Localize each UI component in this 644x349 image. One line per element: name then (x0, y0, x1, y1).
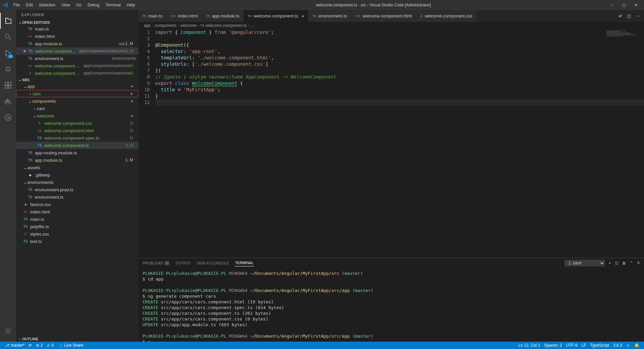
menu-debug[interactable]: Debug (85, 1, 102, 9)
menu-terminal[interactable]: Terminal (103, 1, 123, 9)
tree-file[interactable]: #styles.css (16, 230, 138, 238)
breadcrumb-item[interactable]: app (144, 23, 151, 28)
breadcrumb-item[interactable]: ... (251, 23, 254, 28)
editor-tab[interactable]: <>index.html (167, 10, 202, 22)
menu-file[interactable]: File (11, 1, 22, 9)
tree-file[interactable]: TSmain.ts (16, 215, 138, 223)
status-bell[interactable]: 🔔 (632, 343, 641, 348)
editor-tab[interactable]: <>welcome.component.html (351, 10, 416, 22)
tree-folder[interactable]: ›cars● (16, 90, 138, 97)
tree-folder[interactable]: ⌄environments (16, 179, 138, 186)
maximize-panel-icon[interactable]: ⌃ (630, 261, 633, 265)
kill-terminal-icon[interactable]: 🗑 (622, 261, 626, 265)
editor-tab[interactable]: #welcome.component.css (416, 10, 477, 22)
menu-view[interactable]: View (59, 1, 73, 9)
tree-folder[interactable]: ⌄assets (16, 164, 138, 171)
status-lang[interactable]: TypeScript (588, 343, 611, 348)
editor-tab[interactable]: TSenvironment.ts (308, 10, 351, 22)
tree-file[interactable]: TSenvironment.ts (16, 193, 138, 201)
tree-folder[interactable]: ⌄app● (16, 83, 138, 90)
breadcrumb-item[interactable]: welcome (180, 23, 196, 28)
activity-scm[interactable]: 13 (0, 45, 16, 61)
status-eol[interactable]: LF (579, 343, 588, 348)
open-editor-item[interactable]: TSmain.ts (16, 25, 138, 33)
status-spaces[interactable]: Spaces: 2 (542, 343, 564, 348)
tree-file[interactable]: ◆.gitkeep (16, 171, 138, 179)
file-name: index.html (30, 209, 136, 214)
activity-debug[interactable] (0, 61, 16, 77)
tab-terminal[interactable]: TERMINAL (235, 259, 254, 266)
activity-settings[interactable] (0, 323, 16, 339)
open-editor-item[interactable]: <>index.html (16, 33, 138, 40)
tree-file[interactable]: <>welcome.component.htmlU (16, 127, 138, 134)
code-editor[interactable]: 123456789101112 import { Component } fro… (138, 29, 644, 258)
activity-test[interactable] (0, 109, 16, 126)
compare-icon[interactable]: ⇄ (619, 13, 622, 18)
tree-file[interactable]: <>index.html (16, 208, 138, 215)
status-version[interactable]: 3.6.3 (611, 343, 624, 348)
editor-tab[interactable]: TSapp.module.ts (202, 10, 244, 22)
tab-debug-console[interactable]: DEBUG CONSOLE (197, 260, 229, 266)
status-feedback[interactable]: ☺ (624, 343, 632, 348)
terminal[interactable]: PLUKASIE-PL+plukasie@PLUKASIE-PL MINGW64… (138, 268, 644, 342)
tree-file[interactable]: TSenvironment.prod.ts (16, 186, 138, 193)
terminal-select[interactable]: 1: bash (565, 260, 605, 266)
editor-tab[interactable]: TSmain.ts (138, 10, 167, 22)
menu-help[interactable]: Help (124, 1, 138, 9)
tree-file[interactable]: TSwelcome.component.spec.tsU (16, 134, 138, 142)
tree-file[interactable]: ★favicon.ico (16, 201, 138, 208)
tree-file[interactable]: TSapp-routing.module.ts (16, 149, 138, 156)
tree-folder[interactable]: ⌄welcome● (16, 112, 138, 119)
file-icon: TS (248, 14, 252, 18)
activity-extensions[interactable] (0, 77, 16, 93)
activity-search[interactable] (0, 29, 16, 45)
more-icon[interactable]: ⋯ (636, 13, 640, 18)
status-encoding[interactable]: UTF-8 (564, 343, 579, 348)
tab-dirty-icon[interactable]: ● (302, 13, 304, 18)
close-window-button[interactable]: ✕ (633, 3, 639, 7)
tree-file[interactable]: TStest.ts (16, 238, 138, 245)
breadcrumb-item[interactable]: welcome.component.ts (206, 23, 247, 28)
activity-explorer[interactable] (0, 13, 16, 29)
breadcrumb[interactable]: app› components› welcome› TS welcome.com… (138, 22, 644, 29)
close-panel-icon[interactable]: ✕ (637, 261, 640, 265)
new-terminal-icon[interactable]: + (609, 261, 611, 265)
maximize-button[interactable]: ▢ (621, 3, 627, 7)
open-editor-item[interactable]: ✕TSwelcome.component.tsapp\components\we… (16, 47, 138, 55)
open-editor-item[interactable]: #welcome.component.cssapp\components\wel… (16, 69, 138, 77)
status-warnings[interactable]: ⚠ 0 (45, 343, 56, 348)
tree-file[interactable]: TSwelcome.component.ts1, U (16, 142, 138, 149)
split-editor-icon[interactable]: ◫ (627, 13, 631, 18)
minimap[interactable] (606, 31, 640, 41)
open-editor-item[interactable]: TSenvironment.tsenvironments (16, 55, 138, 62)
tree-folder[interactable]: ⌄components● (16, 97, 138, 105)
file-icon: <> (23, 209, 28, 214)
split-terminal-icon[interactable]: ◫ (615, 261, 618, 265)
open-editor-item[interactable]: <>welcome.component.htmlapp\components\w… (16, 62, 138, 69)
menu-selection[interactable]: Selection (36, 1, 58, 9)
status-branch[interactable]: ⎇ master* (3, 343, 26, 348)
editor-tab[interactable]: TSwelcome.component.ts● (244, 10, 308, 22)
status-errors[interactable]: ⊘ 2 (34, 343, 45, 348)
tree-file[interactable]: TSpolyfills.ts (16, 223, 138, 230)
open-editors-header[interactable]: ⌄OPEN EDITORS (16, 19, 138, 25)
status-sync[interactable]: ⟳ (26, 343, 34, 348)
tree-file[interactable]: TSapp.module.ts1, M (16, 156, 138, 164)
tree-folder[interactable]: ›cars (16, 105, 138, 112)
status-liveshare[interactable]: 👥 Live Share (56, 343, 85, 348)
minimize-button[interactable]: ─ (609, 3, 614, 7)
activity-docker[interactable] (0, 93, 16, 109)
outline-header[interactable]: ›OUTLINE (16, 336, 138, 342)
code-content[interactable]: import { Component } from '@angular/core… (155, 29, 644, 258)
src-header[interactable]: ⌄SRC (16, 77, 138, 83)
menu-edit[interactable]: Edit (23, 1, 36, 9)
tree-file[interactable]: #welcome.component.cssU (16, 119, 138, 127)
file-icon: ◆ (27, 172, 33, 178)
close-icon[interactable]: ✕ (23, 49, 26, 54)
tab-problems[interactable]: PROBLEMS2 (142, 260, 170, 266)
open-editor-item[interactable]: TSapp.module.tsapp1, M (16, 40, 138, 47)
menu-go[interactable]: Go (73, 1, 84, 9)
breadcrumb-item[interactable]: components (155, 23, 176, 28)
tab-output[interactable]: OUTPUT (176, 260, 191, 266)
status-cursor[interactable]: Ln 12, Col 1 (516, 343, 542, 348)
